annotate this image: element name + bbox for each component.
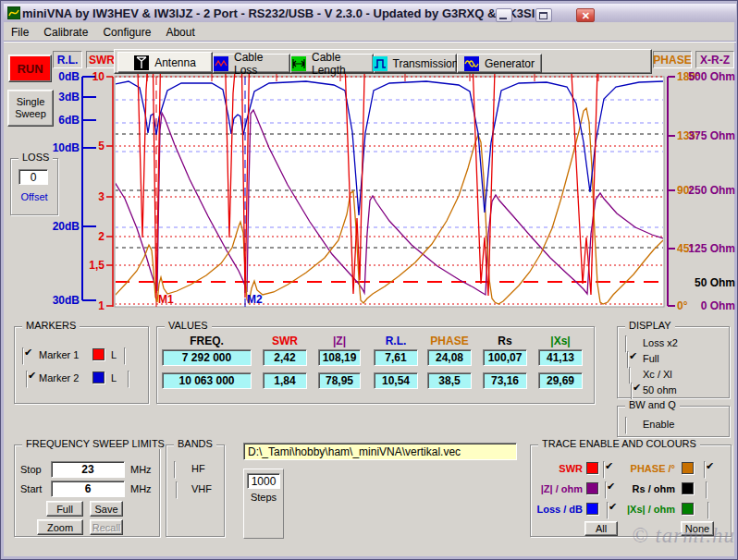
value-m1-z: 108,19 (318, 349, 361, 366)
marker-label-M2: M2 (247, 293, 263, 306)
marker2-l-checkbox[interactable] (128, 371, 129, 388)
marker2-color-swatch[interactable] (92, 371, 105, 383)
hf-label: HF (191, 463, 205, 474)
maximize-button[interactable] (535, 8, 552, 22)
swr-trace-checkbox[interactable] (603, 461, 605, 479)
swr-trace-label: SWR (531, 463, 583, 474)
stop-frequency-input[interactable]: 23 (51, 461, 125, 478)
stop-unit-label: MHz (130, 464, 152, 475)
swr-axis-label: SWR (86, 51, 117, 68)
app-window: miniVNA by IW3HEV & IW3IJZ - 2 Port - RS… (0, 0, 738, 560)
transmission-icon (373, 56, 387, 71)
swr-colour-swatch[interactable] (586, 462, 598, 474)
phase-tick-label: 180° (677, 70, 700, 83)
marker1-l-checkbox[interactable] (124, 347, 126, 365)
tab-cable-length[interactable]: Cable Length (290, 54, 374, 73)
tab-transmission[interactable]: Transmission (374, 54, 457, 73)
phase-colour-swatch[interactable] (682, 462, 694, 474)
value-m2-rs: 73,16 (483, 372, 527, 389)
sweep-limits-group: FREQUENCY SWEEP LIMITS Stop 23 MHz Start… (14, 444, 160, 537)
xs-trace-checkbox[interactable] (707, 502, 709, 519)
title-bar[interactable]: miniVNA by IW3HEV & IW3IJZ - 2 Port - RS… (4, 4, 736, 22)
window-title: miniVNA by IW3HEV & IW3IJZ - 2 Port - RS… (22, 6, 535, 20)
loss-colour-swatch[interactable] (586, 503, 598, 515)
xcxl-label: Xc / Xl (643, 369, 672, 380)
app-icon (7, 6, 20, 19)
fiftyohm-label: 50 ohm (643, 384, 677, 396)
steps-label: Steps (244, 492, 283, 503)
bwq-group-title: BW and Q (625, 399, 680, 410)
zoom-button[interactable]: Zoom (37, 519, 83, 535)
marker2-checkbox[interactable] (26, 371, 28, 388)
plot-area (115, 77, 664, 307)
trace-enable-group: TRACE ENABLE AND COLOURS SWR |Z| / ohm L… (530, 444, 732, 537)
rs-trace-checkbox[interactable] (706, 481, 707, 499)
tab-antenna[interactable]: Antenna (117, 52, 213, 73)
lossx2-label: Loss x2 (643, 337, 678, 348)
z-trace-label: |Z| / ohm (531, 483, 583, 494)
loss-offset-input[interactable]: 0 (18, 169, 48, 185)
fiftyohm-checkbox[interactable] (631, 383, 633, 400)
rl-axis-label: R.L. (53, 51, 82, 68)
z-colour-swatch[interactable] (586, 482, 598, 494)
value-m2-phase: 38,5 (427, 372, 472, 389)
db-tick-label: 3dB (58, 91, 80, 103)
bands-group: BANDS HF VHF (166, 444, 225, 537)
trace-swr (115, 38, 663, 298)
rs-colour-swatch[interactable] (682, 482, 694, 494)
watermark: © tarmi.hu (613, 524, 735, 548)
bands-group-title: BANDS (174, 438, 216, 449)
tab-generator-label: Generator (485, 57, 535, 70)
marker1-checkbox[interactable] (22, 347, 24, 365)
marker1-color-swatch[interactable] (92, 348, 105, 360)
phase-tick-label: 0° (677, 299, 688, 312)
db-tick-label: 0dB (58, 70, 80, 83)
tab-generator[interactable]: Generator (457, 54, 542, 73)
steps-input[interactable]: 1000 (247, 473, 280, 489)
single-sweep-button[interactable]: Single Sweep (7, 90, 54, 127)
recall-button[interactable]: Recall (90, 519, 123, 535)
vec-file-path-field[interactable]: D:\_Tami\hobby\ham\_miniVNA\vertikal.vec (243, 443, 517, 460)
vhf-checkbox[interactable] (176, 481, 178, 499)
col-header-rs: Rs (483, 335, 527, 347)
close-button[interactable]: ✕ (576, 8, 595, 22)
hf-checkbox[interactable] (174, 461, 176, 479)
menu-about[interactable]: About (158, 24, 202, 41)
phase-trace-checkbox[interactable] (704, 461, 706, 479)
col-header-phase: PHASE (427, 335, 472, 347)
bwq-enable-checkbox[interactable] (625, 417, 627, 434)
mode-tabstrip: Antenna Cable Loss Cable Length Transmis… (114, 49, 652, 74)
xs-colour-swatch[interactable] (682, 503, 694, 515)
save-button[interactable]: Save (90, 501, 123, 517)
full-label: Full (643, 353, 659, 364)
trace-group-title: TRACE ENABLE AND COLOURS (538, 438, 700, 449)
minimize-button[interactable] (496, 8, 512, 22)
value-m1-rl: 7,61 (374, 349, 418, 366)
start-frequency-input[interactable]: 6 (51, 481, 125, 497)
tab-antenna-label: Antenna (154, 56, 196, 69)
markers-group: MARKERS Marker 1 L Marker 2 L (14, 326, 149, 404)
menu-file[interactable]: File (4, 24, 36, 41)
start-label: Start (20, 483, 42, 494)
value-m2-freq: 10 063 000 (162, 372, 252, 389)
antenna-icon (134, 55, 149, 70)
tab-transmission-label: Transmission (393, 57, 459, 70)
z-trace-checkbox[interactable] (605, 481, 607, 499)
loss-trace-checkbox[interactable] (607, 502, 609, 519)
col-header-swr: SWR (263, 335, 307, 347)
col-header-xs: |Xs| (538, 335, 583, 347)
value-m1-swr: 2,42 (263, 349, 307, 366)
menu-configure[interactable]: Configure (95, 24, 158, 41)
cable-length-icon (291, 56, 306, 71)
bwq-group: BW and Q Enable (617, 406, 730, 437)
tab-cable-loss[interactable]: Cable Loss (213, 54, 290, 73)
vhf-label: VHF (191, 483, 212, 494)
value-m2-xs: 29,69 (538, 372, 583, 389)
start-unit-label: MHz (130, 483, 152, 494)
full-range-button[interactable]: Full (46, 501, 83, 517)
run-button[interactable]: RUN (8, 55, 52, 82)
trace-Z-magnitude (115, 110, 663, 295)
phase-axis-label: PHASE (653, 51, 692, 68)
marker-label-M1: M1 (158, 293, 174, 306)
menu-calibrate[interactable]: Calibrate (36, 24, 95, 41)
